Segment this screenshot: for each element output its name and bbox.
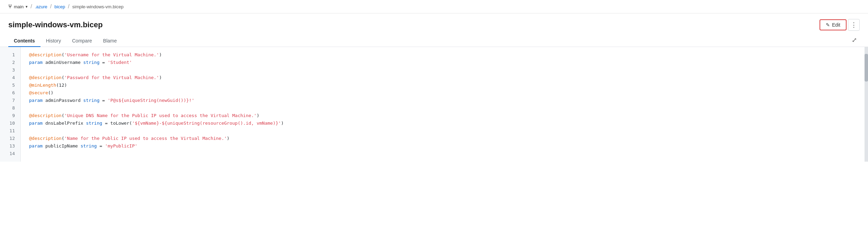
line-num-11: 11: [0, 127, 20, 135]
code-line-1: @description('Username for the Virtual M…: [29, 51, 860, 59]
edit-button[interactable]: ✎ Edit: [820, 19, 847, 30]
code-line-5: @minLength(12): [29, 82, 860, 89]
code-editor[interactable]: @description('Username for the Virtual M…: [21, 47, 868, 162]
code-line-10: param dnsLabelPrefix string = toLower('$…: [29, 120, 860, 127]
scrollbar[interactable]: [865, 47, 868, 162]
line-num-8: 8: [0, 104, 20, 112]
tab-history[interactable]: History: [40, 35, 67, 47]
line-num-6: 6: [0, 89, 20, 97]
branch-selector[interactable]: ⑂ main ▾: [8, 3, 28, 10]
breadcrumb-sep-3: /: [68, 3, 69, 10]
scrollbar-thumb[interactable]: [865, 54, 868, 82]
line-num-13: 13: [0, 142, 20, 150]
line-num-1: 1: [0, 51, 20, 59]
code-line-6: @secure(): [29, 89, 860, 97]
line-num-12: 12: [0, 135, 20, 142]
edit-pencil-icon: ✎: [826, 22, 830, 28]
branch-icon: ⑂: [8, 3, 12, 10]
edit-button-label: Edit: [832, 22, 840, 28]
line-num-4: 4: [0, 74, 20, 82]
breadcrumb-item-file: simple-windows-vm.bicep: [72, 4, 124, 9]
breadcrumb-bar: ⑂ main ▾ / .azure / bicep / simple-windo…: [0, 0, 868, 13]
code-line-13: param publicIpName string = 'myPublicIP': [29, 142, 860, 150]
line-num-5: 5: [0, 82, 20, 89]
line-num-10: 10: [0, 120, 20, 127]
more-options-button[interactable]: ⋮: [848, 19, 860, 31]
chevron-down-icon: ▾: [26, 4, 28, 9]
header-actions: ✎ Edit ⋮: [820, 19, 860, 31]
branch-name: main: [14, 4, 24, 9]
code-line-4: @description('Password for the Virtual M…: [29, 74, 860, 82]
code-line-3: [29, 66, 860, 74]
breadcrumb-item-azure[interactable]: .azure: [35, 4, 47, 9]
file-title: simple-windows-vm.bicep: [8, 20, 103, 29]
tab-blame[interactable]: Blame: [98, 35, 123, 47]
line-num-9: 9: [0, 112, 20, 120]
line-numbers: 1 2 3 4 5 6 7 8 9 10 11 12 13 14: [0, 47, 21, 162]
code-line-8: [29, 104, 860, 112]
line-num-2: 2: [0, 59, 20, 66]
more-icon: ⋮: [851, 21, 857, 29]
expand-icon[interactable]: ⤢: [849, 35, 860, 45]
code-line-7: param adminPassword string = 'P@s${uniqu…: [29, 97, 860, 104]
code-line-9: @description('Unique DNS Name for the Pu…: [29, 112, 860, 120]
code-line-12: @description('Name for the Public IP use…: [29, 135, 860, 142]
code-line-2: param adminUsername string = 'Student': [29, 59, 860, 66]
tab-contents[interactable]: Contents: [8, 35, 40, 47]
breadcrumb-item-bicep[interactable]: bicep: [54, 4, 65, 9]
tab-compare[interactable]: Compare: [66, 35, 98, 47]
breadcrumb-sep-2: /: [50, 3, 52, 10]
tabs-bar: Contents History Compare Blame ⤢: [0, 31, 868, 47]
breadcrumb-sep-1: /: [30, 3, 32, 10]
line-num-3: 3: [0, 66, 20, 74]
code-line-14: [29, 150, 860, 157]
line-num-14: 14: [0, 150, 20, 157]
file-header: simple-windows-vm.bicep ✎ Edit ⋮: [0, 13, 868, 31]
line-num-7: 7: [0, 97, 20, 104]
code-container: 1 2 3 4 5 6 7 8 9 10 11 12 13 14 @descri…: [0, 47, 868, 162]
code-line-11: [29, 127, 860, 135]
